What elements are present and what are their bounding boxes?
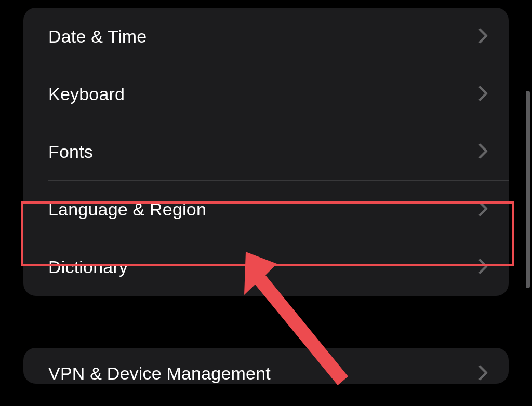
settings-item-label: Fonts xyxy=(48,142,93,162)
settings-item-vpn-device[interactable]: VPN & Device Management xyxy=(23,348,509,384)
settings-item-label: Dictionary xyxy=(48,257,128,277)
settings-item-keyboard[interactable]: Keyboard xyxy=(23,65,509,123)
settings-item-label: Language & Region xyxy=(48,199,206,220)
chevron-right-icon xyxy=(478,143,488,161)
settings-item-language-region[interactable]: Language & Region xyxy=(23,181,509,238)
settings-item-date-time[interactable]: Date & Time xyxy=(23,8,509,65)
settings-item-label: VPN & Device Management xyxy=(48,363,271,384)
chevron-right-icon xyxy=(478,86,488,103)
chevron-right-icon xyxy=(478,201,488,219)
settings-group-management: VPN & Device Management xyxy=(23,348,509,384)
chevron-right-icon xyxy=(478,259,488,276)
scrollbar-thumb[interactable] xyxy=(526,91,530,288)
chevron-right-icon xyxy=(478,28,488,46)
settings-item-dictionary[interactable]: Dictionary xyxy=(23,238,509,296)
chevron-right-icon xyxy=(478,365,488,383)
settings-item-fonts[interactable]: Fonts xyxy=(23,123,509,181)
settings-item-label: Date & Time xyxy=(48,26,147,47)
settings-group-general: Date & Time Keyboard Fonts Language & Re… xyxy=(23,8,509,296)
settings-item-label: Keyboard xyxy=(48,84,125,104)
